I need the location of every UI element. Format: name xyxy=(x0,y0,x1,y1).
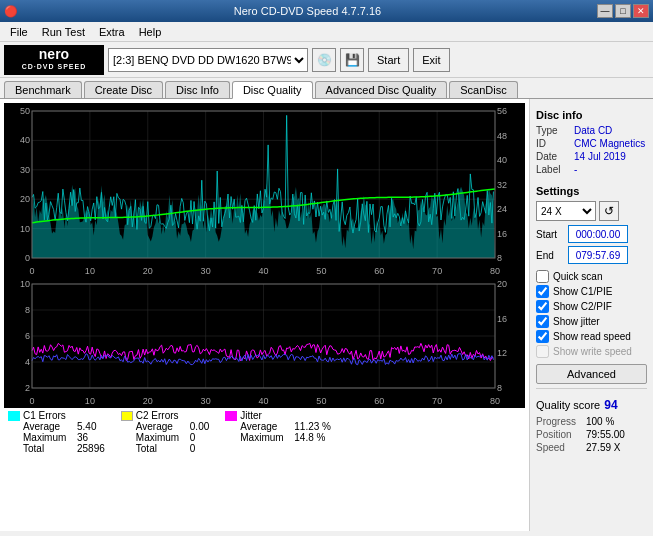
disc-type-row: Type Data CD xyxy=(536,125,647,136)
legend-c1: C1 Errors Average 5.40 Maximum 36 Total … xyxy=(8,410,105,454)
maximize-btn[interactable]: □ xyxy=(615,4,631,18)
disc-date-row: Date 14 Jul 2019 xyxy=(536,151,647,162)
jitter-avg-label: Average xyxy=(240,421,290,432)
settings-title: Settings xyxy=(536,185,647,197)
show-c1pie-checkbox[interactable] xyxy=(536,285,549,298)
menu-run-test[interactable]: Run Test xyxy=(36,23,91,41)
menu-file[interactable]: File xyxy=(4,23,34,41)
title-bar-title: Nero CD-DVD Speed 4.7.7.16 xyxy=(18,5,597,17)
c1-total-value: 25896 xyxy=(77,443,105,454)
end-time-input[interactable] xyxy=(568,246,628,264)
toolbar: nero CD·DVD SPEED [2:3] BENQ DVD DD DW16… xyxy=(0,42,653,78)
show-c1pie-label: Show C1/PIE xyxy=(553,286,612,297)
start-button[interactable]: Start xyxy=(368,48,409,72)
progress-label: Progress xyxy=(536,416,586,427)
drive-select[interactable]: [2:3] BENQ DVD DD DW1620 B7W9 xyxy=(108,48,308,72)
progress-value: 100 % xyxy=(586,416,614,427)
c2-total-label: Total xyxy=(136,443,186,454)
start-time-label: Start xyxy=(536,229,568,240)
show-read-speed-checkbox[interactable] xyxy=(536,330,549,343)
title-bar: 🔴 Nero CD-DVD Speed 4.7.7.16 — □ ✕ xyxy=(0,0,653,22)
legend-c2: C2 Errors Average 0.00 Maximum 0 Total 0 xyxy=(121,410,209,454)
close-btn[interactable]: ✕ xyxy=(633,4,649,18)
c2-total-value: 0 xyxy=(190,443,196,454)
disc-info-title: Disc info xyxy=(536,109,647,121)
c1-avg-label: Average xyxy=(23,421,73,432)
main-content: C1 Errors Average 5.40 Maximum 36 Total … xyxy=(0,99,653,531)
disc-type-value: Data CD xyxy=(574,125,612,136)
nero-logo: nero CD·DVD SPEED xyxy=(4,45,104,75)
menu-help[interactable]: Help xyxy=(133,23,168,41)
tab-create-disc[interactable]: Create Disc xyxy=(84,81,163,98)
c2-max-label: Maximum xyxy=(136,432,186,443)
speed-setting-row: 24 X 8 X 16 X 32 X Max ↺ xyxy=(536,201,647,221)
disc-label-label: Label xyxy=(536,164,574,175)
show-write-speed-checkbox xyxy=(536,345,549,358)
progress-row: Progress 100 % xyxy=(536,416,647,427)
quality-score-value: 94 xyxy=(604,398,617,412)
c2-avg-value: 0.00 xyxy=(190,421,209,432)
title-bar-controls: — □ ✕ xyxy=(597,4,649,18)
tab-scandisc[interactable]: ScanDisc xyxy=(449,81,517,98)
legend-area: C1 Errors Average 5.40 Maximum 36 Total … xyxy=(4,408,525,456)
position-label: Position xyxy=(536,429,586,440)
minimize-btn[interactable]: — xyxy=(597,4,613,18)
c2-stats: Average 0.00 Maximum 0 Total 0 xyxy=(136,421,209,454)
show-jitter-checkbox[interactable] xyxy=(536,315,549,328)
chart-area: C1 Errors Average 5.40 Maximum 36 Total … xyxy=(0,99,529,531)
start-time-row: Start xyxy=(536,225,647,243)
end-time-label: End xyxy=(536,250,568,261)
c1-color-box xyxy=(8,411,20,421)
end-time-row: End xyxy=(536,246,647,264)
menu-extra[interactable]: Extra xyxy=(93,23,131,41)
start-time-input[interactable] xyxy=(568,225,628,243)
c2-color-box xyxy=(121,411,133,421)
tab-disc-quality[interactable]: Disc Quality xyxy=(232,81,313,99)
jitter-max-value: 14.8 % xyxy=(294,432,325,443)
show-jitter-label: Show jitter xyxy=(553,316,600,327)
tabs-bar: Benchmark Create Disc Disc Info Disc Qua… xyxy=(0,78,653,99)
speed-select[interactable]: 24 X 8 X 16 X 32 X Max xyxy=(536,201,596,221)
jitter-label: Jitter xyxy=(240,410,262,421)
disc-id-row: ID CMC Magnetics xyxy=(536,138,647,149)
disc-id-label: ID xyxy=(536,138,574,149)
upper-chart xyxy=(4,103,525,278)
exit-button[interactable]: Exit xyxy=(413,48,449,72)
disc-date-label: Date xyxy=(536,151,574,162)
show-jitter-row: Show jitter xyxy=(536,315,647,328)
progress-rows: Progress 100 % Position 79:55.00 Speed 2… xyxy=(536,416,647,453)
lower-chart xyxy=(4,278,525,408)
quick-scan-row: Quick scan xyxy=(536,270,647,283)
tab-benchmark[interactable]: Benchmark xyxy=(4,81,82,98)
position-row: Position 79:55.00 xyxy=(536,429,647,440)
quick-scan-checkbox[interactable] xyxy=(536,270,549,283)
c1-stats: Average 5.40 Maximum 36 Total 25896 xyxy=(23,421,105,454)
quality-score-label: Quality score xyxy=(536,399,600,411)
eject-icon-btn[interactable]: 💿 xyxy=(312,48,336,72)
jitter-color-box xyxy=(225,411,237,421)
c2-avg-label: Average xyxy=(136,421,186,432)
c1-max-label: Maximum xyxy=(23,432,73,443)
jitter-max-label: Maximum xyxy=(240,432,290,443)
legend-jitter: Jitter Average 11.23 % Maximum 14.8 % xyxy=(225,410,331,454)
save-icon-btn[interactable]: 💾 xyxy=(340,48,364,72)
show-write-speed-label: Show write speed xyxy=(553,346,632,357)
refresh-button[interactable]: ↺ xyxy=(599,201,619,221)
c1-total-label: Total xyxy=(23,443,73,454)
jitter-avg-value: 11.23 % xyxy=(294,421,331,432)
title-bar-icon: 🔴 xyxy=(4,5,18,18)
menu-bar: File Run Test Extra Help xyxy=(0,22,653,42)
tab-advanced-disc-quality[interactable]: Advanced Disc Quality xyxy=(315,81,448,98)
c2-label: C2 Errors xyxy=(136,410,179,421)
disc-label-value: - xyxy=(574,164,577,175)
advanced-button[interactable]: Advanced xyxy=(536,364,647,384)
jitter-stats: Average 11.23 % Maximum 14.8 % xyxy=(240,421,331,443)
tab-disc-info[interactable]: Disc Info xyxy=(165,81,230,98)
show-c2pif-checkbox[interactable] xyxy=(536,300,549,313)
show-write-speed-row: Show write speed xyxy=(536,345,647,358)
show-c2pif-label: Show C2/PIF xyxy=(553,301,612,312)
c1-label: C1 Errors xyxy=(23,410,66,421)
show-c2pif-row: Show C2/PIF xyxy=(536,300,647,313)
c1-max-value: 36 xyxy=(77,432,88,443)
speed-row: Speed 27.59 X xyxy=(536,442,647,453)
